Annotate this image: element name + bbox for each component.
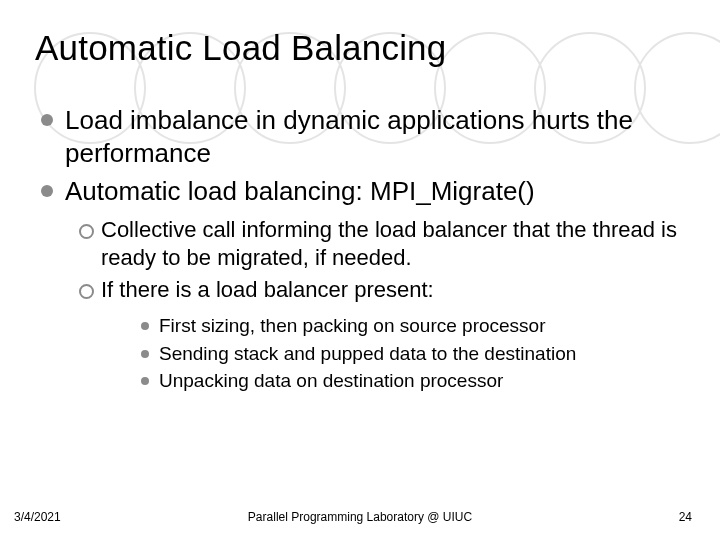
bullet-text: If there is a load balancer present: xyxy=(101,277,434,302)
bullet-text: Sending stack and pupped data to the des… xyxy=(159,343,576,364)
bullet-lvl3-item: Unpacking data on destination processor xyxy=(137,369,685,394)
bullet-lvl3-item: Sending stack and pupped data to the des… xyxy=(137,342,685,367)
bullet-text: Collective call informing the load balan… xyxy=(101,217,677,270)
slide: Automatic Load Balancing Load imbalance … xyxy=(0,0,720,540)
bullet-text: Unpacking data on destination processor xyxy=(159,370,503,391)
bullet-list-level3: First sizing, then packing on source pro… xyxy=(101,314,685,394)
slide-title: Automatic Load Balancing xyxy=(35,28,685,68)
bullet-text: First sizing, then packing on source pro… xyxy=(159,315,546,336)
bullet-list-level1: Load imbalance in dynamic applications h… xyxy=(35,104,685,394)
bullet-lvl2-item: Collective call informing the load balan… xyxy=(75,216,685,272)
bullet-lvl1-item: Automatic load balancing: MPI_Migrate() … xyxy=(35,175,685,394)
bullet-lvl1-item: Load imbalance in dynamic applications h… xyxy=(35,104,685,169)
bullet-lvl3-item: First sizing, then packing on source pro… xyxy=(137,314,685,339)
bullet-lvl2-item: If there is a load balancer present: Fir… xyxy=(75,276,685,394)
bullet-list-level2: Collective call informing the load balan… xyxy=(65,216,685,395)
bullet-text: Load imbalance in dynamic applications h… xyxy=(65,105,633,168)
bullet-text: Automatic load balancing: MPI_Migrate() xyxy=(65,176,535,206)
